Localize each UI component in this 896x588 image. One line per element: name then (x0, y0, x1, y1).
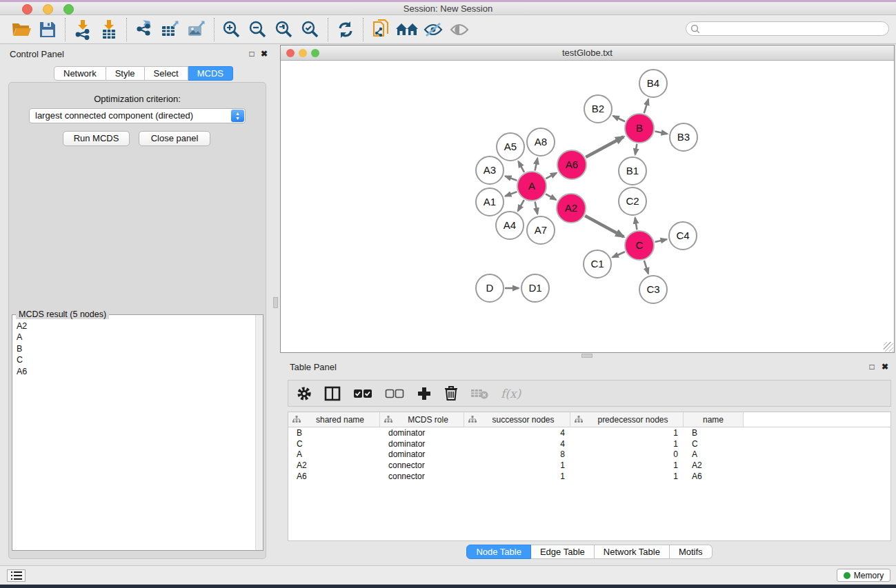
table-row[interactable]: Bdominator41B (288, 427, 890, 438)
memory-button[interactable]: Memory (837, 569, 890, 582)
graph-node-C3[interactable]: C3 (639, 276, 667, 303)
horizontal-split-handle[interactable] (581, 354, 593, 358)
column-header-MCDS-role[interactable]: MCDS role (380, 412, 464, 427)
graph-node-A8[interactable]: A8 (527, 128, 555, 156)
graph-edge[interactable] (644, 261, 648, 274)
tab-motifs[interactable]: Motifs (670, 545, 713, 559)
close-traffic-light[interactable] (22, 4, 32, 14)
graph-edge[interactable] (535, 159, 538, 171)
graph-edge[interactable] (518, 200, 524, 211)
graph-edge[interactable] (613, 252, 625, 257)
graph-node-A3[interactable]: A3 (476, 156, 504, 184)
graph-edge[interactable] (546, 194, 556, 200)
open-file-icon[interactable] (8, 17, 34, 42)
clone-network-icon[interactable] (368, 17, 394, 42)
select-all-checkboxes-icon[interactable] (353, 389, 372, 398)
export-network-icon[interactable] (131, 17, 157, 42)
close-panel-button[interactable]: Close panel (139, 131, 210, 146)
graph-edge[interactable] (546, 173, 557, 179)
graph-edge[interactable] (585, 216, 624, 237)
refresh-icon[interactable] (332, 17, 359, 42)
graph-node-B2[interactable]: B2 (584, 95, 612, 123)
graph-node-B[interactable]: B (625, 114, 654, 143)
network-zoom-traffic-light[interactable] (311, 49, 319, 57)
graph-edge[interactable] (655, 239, 666, 242)
network-window-titlebar[interactable]: testGlobe.txt (281, 45, 894, 61)
network-canvas[interactable]: B4B2BB3A5A8A6A3B1AA1C2A2A4A7C4CC1DD1C3 (281, 61, 894, 352)
criterion-dropdown[interactable]: largest connected component (directed) ▲… (29, 108, 246, 123)
export-image-icon[interactable] (183, 17, 210, 42)
node-table[interactable]: shared nameMCDS rolesuccessor nodesprede… (288, 412, 891, 541)
import-table-icon[interactable] (96, 17, 122, 42)
graph-edge[interactable] (635, 218, 637, 230)
zoom-fit-icon[interactable] (271, 17, 297, 42)
zoom-selected-icon[interactable] (297, 17, 323, 42)
graph-node-B1[interactable]: B1 (619, 157, 646, 185)
settings-gear-icon[interactable] (297, 386, 312, 401)
graph-node-A[interactable]: A (517, 172, 546, 201)
tab-style[interactable]: Style (106, 66, 145, 81)
home-layout-icon[interactable] (394, 17, 420, 42)
column-header-shared-name[interactable]: shared name (288, 412, 380, 427)
run-mcds-button[interactable]: Run MCDS (63, 131, 130, 146)
graph-node-C2[interactable]: C2 (619, 187, 646, 215)
result-item[interactable]: B (17, 343, 27, 354)
graph-edge[interactable] (613, 116, 625, 121)
tab-network-table[interactable]: Network Table (595, 545, 670, 559)
search-field[interactable] (686, 21, 889, 36)
tab-node-table[interactable]: Node Table (466, 545, 531, 559)
graph-edge[interactable] (655, 132, 668, 134)
table-panel-float-icon[interactable]: □ (866, 362, 877, 372)
table-row[interactable]: A2connector11A2 (288, 460, 890, 471)
zoom-in-icon[interactable] (219, 17, 245, 42)
graph-edge[interactable] (518, 161, 524, 172)
control-panel-close-icon[interactable]: ✖ (259, 49, 270, 59)
graph-node-A1[interactable]: A1 (476, 188, 504, 216)
tab-edge-table[interactable]: Edge Table (531, 545, 595, 559)
result-item[interactable]: C (17, 354, 27, 365)
tab-mcds[interactable]: MCDS (188, 66, 233, 81)
show-graphics-icon[interactable] (446, 17, 472, 42)
resize-grip-icon[interactable] (884, 342, 893, 352)
result-item[interactable]: A (17, 332, 27, 343)
mcds-result-list[interactable]: A2ABCA6 (17, 321, 27, 377)
columns-icon[interactable] (324, 386, 341, 401)
graph-edge[interactable] (644, 99, 648, 113)
vertical-split-handle[interactable] (273, 297, 278, 308)
graph-node-A5[interactable]: A5 (497, 133, 524, 161)
hide-graphics-icon[interactable] (420, 17, 446, 42)
export-table-icon[interactable] (157, 17, 183, 42)
search-input[interactable] (703, 24, 875, 34)
column-header-successor-nodes[interactable]: successor nodes (464, 412, 570, 427)
deselect-checkboxes-icon[interactable] (385, 389, 404, 398)
graph-edge[interactable] (505, 192, 517, 196)
graph-edge[interactable] (586, 136, 624, 157)
table-panel-close-icon[interactable]: ✖ (879, 362, 890, 372)
network-close-traffic-light[interactable] (286, 49, 295, 57)
graph-node-A2[interactable]: A2 (557, 194, 586, 223)
task-history-button[interactable] (7, 569, 26, 582)
result-item[interactable]: A6 (17, 366, 27, 377)
delete-icon[interactable] (444, 385, 458, 401)
graph-node-A4[interactable]: A4 (496, 212, 524, 239)
graph-node-B4[interactable]: B4 (639, 70, 667, 97)
graph-node-C1[interactable]: C1 (584, 250, 611, 278)
zoom-out-icon[interactable] (245, 17, 271, 42)
delete-table-icon[interactable] (470, 387, 488, 400)
control-panel-float-icon[interactable]: □ (246, 49, 257, 59)
table-row[interactable]: Adominator80A (288, 449, 890, 460)
table-row[interactable]: A6connector11A6 (288, 471, 890, 482)
save-session-icon[interactable] (34, 17, 61, 42)
minimize-traffic-light[interactable] (43, 4, 53, 14)
graph-node-A6[interactable]: A6 (557, 150, 586, 179)
graph-node-C[interactable]: C (625, 231, 654, 260)
tab-network[interactable]: Network (54, 66, 106, 81)
graph-edge[interactable] (635, 144, 637, 155)
network-minimize-traffic-light[interactable] (299, 49, 307, 57)
import-network-icon[interactable] (70, 17, 96, 42)
zoom-traffic-light[interactable] (63, 4, 74, 14)
column-header-predecessor-nodes[interactable]: predecessor nodes (570, 412, 684, 427)
tab-select[interactable]: Select (145, 66, 188, 81)
graph-node-D1[interactable]: D1 (521, 274, 549, 302)
graph-node-C4[interactable]: C4 (669, 222, 697, 250)
